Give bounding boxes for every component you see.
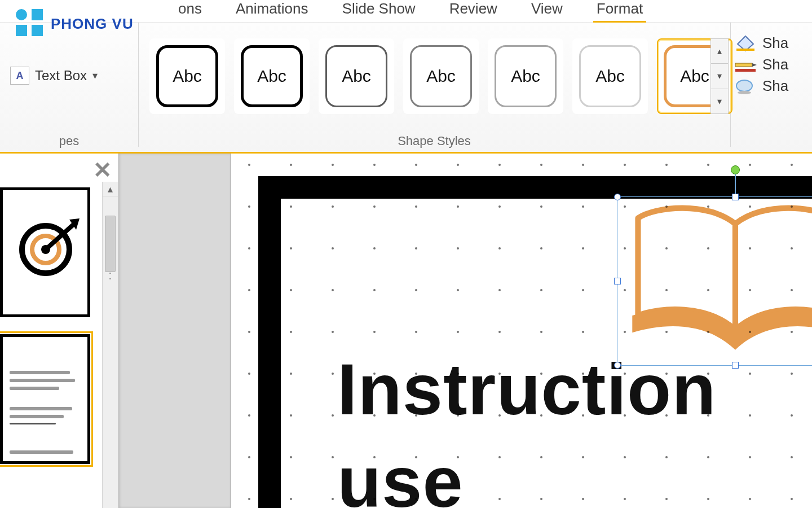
grid-dot — [415, 164, 417, 166]
gallery-scroll-down[interactable]: ▾ — [710, 64, 729, 89]
slide-canvas[interactable]: // placeholder – dots generated below af… — [231, 154, 812, 508]
shape-style-option-2[interactable]: Abc — [234, 38, 310, 114]
grid-dot — [791, 456, 793, 458]
grid-dot — [332, 414, 334, 417]
grid-dot — [665, 373, 668, 375]
grid-dot — [457, 331, 459, 333]
grid-dot — [373, 331, 376, 333]
grid-dot — [707, 373, 709, 375]
close-panel-button[interactable]: ✕ — [93, 157, 112, 183]
grid-dot — [457, 373, 459, 375]
shape-fill-button[interactable]: Sha — [734, 34, 788, 52]
grid-dot — [582, 289, 584, 291]
grid-dot — [582, 205, 584, 208]
grid-dot — [791, 205, 793, 208]
rotation-handle[interactable] — [731, 165, 740, 174]
grid-dot — [791, 289, 793, 291]
grid-dot — [332, 456, 334, 458]
grid-dot — [457, 205, 459, 208]
grid-dot — [332, 247, 334, 249]
editor-gutter — [118, 154, 231, 508]
thumbnail-text-lines — [10, 371, 81, 458]
grid-dot — [624, 289, 626, 291]
grid-dot — [248, 373, 250, 375]
shape-outline-button[interactable]: Sha — [734, 55, 788, 73]
grid-dot — [415, 247, 417, 249]
workspace: ✕ ▴ — [0, 154, 812, 508]
grid-dot — [248, 331, 250, 333]
shape-fill-label: Sha — [762, 34, 788, 52]
resize-handle-s[interactable] — [732, 362, 739, 369]
tab-animations[interactable]: Animations — [232, 0, 312, 21]
grid-dot — [749, 164, 751, 166]
grid-dot — [582, 498, 584, 500]
grid-dot — [624, 331, 626, 333]
svg-marker-2 — [752, 63, 757, 67]
shape-style-option-6[interactable]: Abc — [572, 38, 648, 114]
grid-dot — [665, 247, 668, 249]
tab-transitions[interactable]: ons — [175, 0, 205, 21]
slide-thumbnail-1[interactable] — [0, 187, 90, 317]
slide-thumbnail-2[interactable] — [0, 334, 90, 464]
grid-dot — [290, 498, 292, 500]
shape-effects-label: Sha — [762, 77, 788, 95]
gallery-more-button[interactable]: ▾ — [710, 89, 729, 114]
grid-dot — [415, 373, 417, 375]
selected-shape-book[interactable] — [617, 196, 812, 366]
gallery-scroll-up[interactable]: ▴ — [710, 38, 729, 64]
brand-logo-mark — [16, 9, 45, 38]
scroll-thumb[interactable] — [105, 216, 116, 272]
resize-handle-w[interactable] — [614, 278, 621, 284]
panel-scrollbar[interactable]: ▴ — [102, 182, 118, 508]
grid-dot — [707, 205, 709, 208]
grid-dot — [582, 247, 584, 249]
grid-dot — [791, 373, 793, 375]
slides-panel: ✕ ▴ — [0, 154, 118, 508]
grid-dot — [791, 331, 793, 333]
grid-dot — [791, 247, 793, 249]
grid-dot — [624, 456, 626, 458]
textbox-button[interactable]: A Text Box ▾ — [10, 63, 129, 88]
grid-dot — [498, 414, 501, 417]
grid-dot — [290, 456, 292, 458]
grid-dot — [498, 247, 501, 249]
grid-dot — [624, 247, 626, 249]
grid-dot — [540, 164, 542, 166]
scroll-up-icon[interactable]: ▴ — [103, 182, 118, 196]
shape-style-option-1[interactable]: Abc — [149, 38, 225, 114]
ribbon-group-label-styles: Shape Styles — [138, 134, 730, 148]
shape-style-option-3[interactable]: Abc — [319, 38, 394, 114]
grid-dot — [665, 456, 668, 458]
resize-handle-nw[interactable] — [614, 194, 621, 200]
grid-dot — [749, 289, 751, 291]
grid-dot — [582, 456, 584, 458]
shape-outline-label: Sha — [762, 56, 788, 73]
grid-dot — [415, 498, 417, 500]
tab-view[interactable]: View — [528, 0, 566, 21]
shape-style-option-5[interactable]: Abc — [488, 38, 563, 114]
grid-dot — [540, 414, 542, 417]
grid-dot — [707, 498, 709, 500]
grid-dot — [248, 498, 250, 500]
grid-dot — [540, 331, 542, 333]
grid-dot — [248, 456, 250, 458]
grid-dot — [290, 205, 292, 208]
shape-effects-button[interactable]: Sha — [734, 77, 788, 95]
shape-style-option-4[interactable]: Abc — [403, 38, 479, 114]
grid-dot — [707, 164, 709, 166]
resize-handle-sw[interactable] — [614, 362, 621, 369]
grid-dot — [498, 498, 501, 500]
grid-dot — [373, 373, 376, 375]
brand-logo: PHONG VU — [16, 9, 134, 38]
grid-dot — [415, 414, 417, 417]
grid-dot — [665, 414, 668, 417]
book-icon — [621, 200, 812, 362]
tab-slideshow[interactable]: Slide Show — [339, 0, 419, 21]
resize-handle-n[interactable] — [732, 194, 739, 200]
grid-dot — [498, 331, 501, 333]
grid-dot — [749, 373, 751, 375]
tab-review[interactable]: Review — [446, 0, 501, 21]
grid-dot — [290, 331, 292, 333]
grid-dot — [248, 414, 250, 417]
tab-format[interactable]: Format — [593, 0, 646, 23]
